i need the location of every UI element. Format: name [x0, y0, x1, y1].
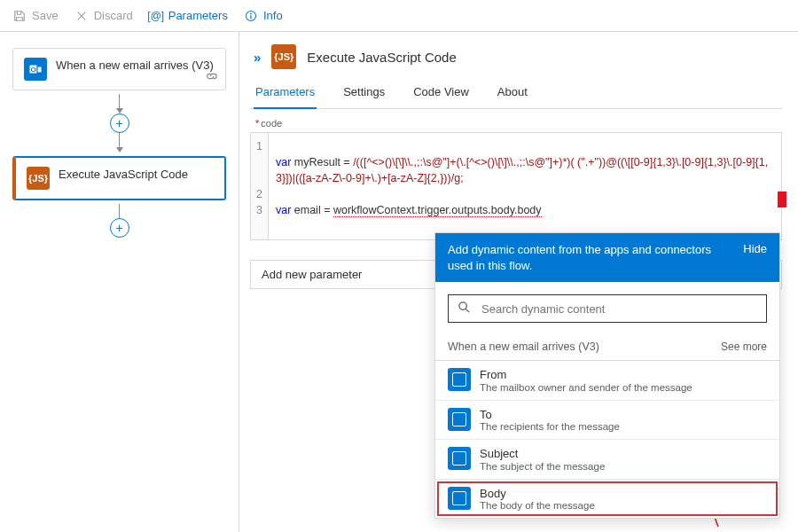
svg-rect-2 — [250, 15, 251, 19]
error-marker — [778, 192, 786, 207]
search-input[interactable] — [480, 301, 757, 317]
node-email-trigger[interactable]: O When a new email arrives (V3) — [12, 48, 226, 90]
dynamic-content-popover: Add dynamic content from the apps and co… — [434, 232, 780, 519]
node-execute-js[interactable]: {JS} Execute JavaScript Code — [12, 156, 226, 200]
outlook-icon — [448, 447, 471, 470]
link-icon — [206, 71, 218, 84]
parameters-button[interactable]: [@] Parameters — [149, 9, 228, 23]
connector-2: + — [12, 204, 226, 238]
hide-button[interactable]: Hide — [743, 242, 767, 255]
parameters-label: Parameters — [168, 9, 228, 22]
tab-about[interactable]: About — [496, 80, 529, 108]
code-field-label: *code — [250, 109, 798, 132]
add-step-button-2[interactable]: + — [110, 218, 129, 238]
panel-title: Execute JavaScript Code — [307, 50, 456, 65]
tab-code-view[interactable]: Code View — [411, 80, 471, 108]
add-step-button-1[interactable]: + — [110, 113, 129, 133]
popover-header: Add dynamic content from the apps and co… — [435, 233, 779, 282]
code-expression: workflowContext.trigger.outputs.body.bod… — [333, 204, 542, 217]
line-gutter: 1 2 3 — [251, 133, 269, 239]
list-item[interactable]: ToThe recipients for the message — [435, 401, 779, 441]
info-icon — [244, 9, 258, 23]
designer-canvas: O When a new email arrives (V3) + {JS} E… — [0, 32, 239, 532]
parameters-icon: [@] — [149, 9, 163, 23]
node-title: When a new email arrives (V3) — [56, 58, 214, 74]
discard-label: Discard — [94, 9, 133, 22]
list-item[interactable]: SubjectThe subject of the message — [435, 440, 779, 480]
save-button[interactable]: Save — [12, 9, 59, 23]
tab-parameters[interactable]: Parameters — [254, 80, 317, 109]
see-more-link[interactable]: See more — [721, 340, 767, 353]
info-button[interactable]: Info — [244, 9, 283, 23]
connector-1: + — [12, 94, 226, 153]
outlook-icon — [448, 487, 471, 510]
panel-tabs: Parameters Settings Code View About — [250, 78, 782, 109]
discard-button[interactable]: Discard — [74, 9, 133, 23]
node-title: Execute JavaScript Code — [59, 167, 188, 183]
outlook-icon: O — [24, 58, 47, 81]
add-parameter-label: Add new parameter — [262, 268, 362, 281]
outlook-icon — [448, 368, 471, 391]
dynamic-items-list[interactable]: FromThe mailbox owner and sender of the … — [435, 360, 779, 518]
svg-point-1 — [250, 12, 252, 14]
section-title: When a new email arrives (V3) — [448, 340, 599, 353]
js-icon: {JS} — [27, 167, 50, 190]
outlook-icon — [448, 408, 471, 431]
dynamic-content-search[interactable] — [448, 294, 767, 323]
code-editor[interactable]: 1 2 3 var myResult = /(([^<>()\[\]\\.,;:… — [250, 132, 782, 240]
tab-settings[interactable]: Settings — [341, 80, 387, 108]
collapse-button[interactable]: » — [254, 50, 261, 65]
list-item[interactable]: FromThe mailbox owner and sender of the … — [435, 361, 779, 401]
top-toolbar: Save Discard [@] Parameters Info — [0, 0, 798, 32]
save-label: Save — [32, 9, 59, 22]
svg-point-8 — [459, 302, 466, 309]
svg-text:O: O — [30, 66, 35, 74]
save-icon — [12, 9, 27, 23]
info-label: Info — [263, 9, 283, 22]
svg-line-9 — [466, 309, 469, 312]
close-icon — [74, 9, 89, 23]
list-item-body[interactable]: BodyThe body of the message — [435, 480, 779, 519]
search-icon — [458, 301, 471, 317]
js-icon: {JS} — [271, 44, 296, 69]
svg-rect-6 — [37, 66, 42, 73]
code-content[interactable]: var myResult = /(([^<>()\[\]\\.,;:\s@"]+… — [269, 133, 781, 239]
popover-message: Add dynamic content from the apps and co… — [448, 242, 732, 273]
